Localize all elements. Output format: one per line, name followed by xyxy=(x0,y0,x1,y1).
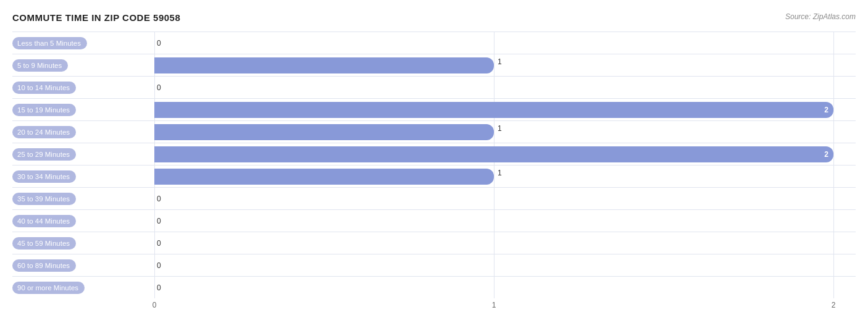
bar-label: 45 to 59 Minutes xyxy=(12,237,76,250)
x-tick-label: 2 xyxy=(832,301,836,309)
bar-container: 0 xyxy=(154,188,856,209)
table-row: Less than 5 Minutes0 xyxy=(12,31,856,54)
bar-container: 0 xyxy=(154,210,856,232)
bar-label-wrap: 35 to 39 Minutes xyxy=(12,193,154,205)
chart-area: Less than 5 Minutes05 to 9 Minutes110 to… xyxy=(12,31,856,313)
table-row: 10 to 14 Minutes0 xyxy=(12,76,856,98)
bar-label-wrap: 15 to 19 Minutes xyxy=(12,104,154,116)
table-row: 30 to 34 Minutes1 xyxy=(12,165,856,187)
bar-value: 1 xyxy=(498,169,502,177)
bar-value: 0 xyxy=(157,239,161,248)
chart-title: COMMUTE TIME IN ZIP CODE 59058 xyxy=(12,12,180,23)
bar-label: 40 to 44 Minutes xyxy=(12,215,76,227)
bar-label: 5 to 9 Minutes xyxy=(12,59,68,72)
bar: 2 xyxy=(154,102,833,118)
chart-header: COMMUTE TIME IN ZIP CODE 59058 Source: Z… xyxy=(12,12,856,23)
table-row: 35 to 39 Minutes0 xyxy=(12,187,856,209)
bar-label-wrap: 5 to 9 Minutes xyxy=(12,59,154,72)
bar-value: 0 xyxy=(157,39,161,48)
bar-container: 0 xyxy=(154,32,856,54)
table-row: 5 to 9 Minutes1 xyxy=(12,54,856,76)
table-row: 90 or more Minutes0 xyxy=(12,276,856,298)
bar-label: 20 to 24 Minutes xyxy=(12,126,76,138)
bar-value: 0 xyxy=(157,83,161,92)
bar-label-wrap: 90 or more Minutes xyxy=(12,282,154,294)
bar-label-wrap: 25 to 29 Minutes xyxy=(12,148,154,161)
bar-label: 30 to 34 Minutes xyxy=(12,170,76,183)
bar: 1 xyxy=(154,57,494,73)
bar-value: 0 xyxy=(157,217,161,225)
bar-container: 1 xyxy=(154,121,856,143)
bar-container: 2 xyxy=(154,99,856,120)
bar: 1 xyxy=(154,169,494,185)
bar-label-wrap: 30 to 34 Minutes xyxy=(12,170,154,183)
bar-label-wrap: 40 to 44 Minutes xyxy=(12,215,154,227)
x-tick-label: 1 xyxy=(492,301,496,309)
bar-label: 15 to 19 Minutes xyxy=(12,104,76,116)
bar-value: 0 xyxy=(157,195,161,203)
table-row: 25 to 29 Minutes2 xyxy=(12,143,856,165)
bar: 2 xyxy=(154,146,833,162)
table-row: 45 to 59 Minutes0 xyxy=(12,232,856,254)
bar: 1 xyxy=(154,124,494,140)
bar-container: 1 xyxy=(154,166,856,187)
bar-value: 0 xyxy=(157,283,161,292)
table-row: 15 to 19 Minutes2 xyxy=(12,98,856,120)
bar-value: 1 xyxy=(498,124,502,133)
bar-label: 60 to 89 Minutes xyxy=(12,259,76,272)
bar-label-wrap: 45 to 59 Minutes xyxy=(12,237,154,250)
bar-label-wrap: Less than 5 Minutes xyxy=(12,37,154,49)
x-tick-label: 0 xyxy=(152,301,157,309)
table-row: 40 to 44 Minutes0 xyxy=(12,209,856,232)
bar-value: 2 xyxy=(824,106,828,114)
bar-value: 1 xyxy=(498,57,502,66)
bar-value: 0 xyxy=(157,261,161,270)
bar-label-wrap: 20 to 24 Minutes xyxy=(12,126,154,138)
source-label: Source: ZipAtlas.com xyxy=(785,12,856,21)
bar-label: Less than 5 Minutes xyxy=(12,37,87,49)
bar-container: 2 xyxy=(154,143,856,165)
bar-label-wrap: 60 to 89 Minutes xyxy=(12,259,154,272)
table-row: 20 to 24 Minutes1 xyxy=(12,120,856,143)
bar-container: 0 xyxy=(154,232,856,254)
bar-label: 35 to 39 Minutes xyxy=(12,193,76,205)
bar-label: 10 to 14 Minutes xyxy=(12,82,76,94)
bar-container: 0 xyxy=(154,254,856,276)
bar-container: 0 xyxy=(154,77,856,98)
x-axis: 012 xyxy=(154,301,856,313)
bar-container: 0 xyxy=(154,277,856,298)
bar-label: 25 to 29 Minutes xyxy=(12,148,76,161)
bar-value: 2 xyxy=(824,150,828,159)
bar-label: 90 or more Minutes xyxy=(12,282,85,294)
bar-label-wrap: 10 to 14 Minutes xyxy=(12,82,154,94)
bar-container: 1 xyxy=(154,54,856,76)
table-row: 60 to 89 Minutes0 xyxy=(12,254,856,276)
